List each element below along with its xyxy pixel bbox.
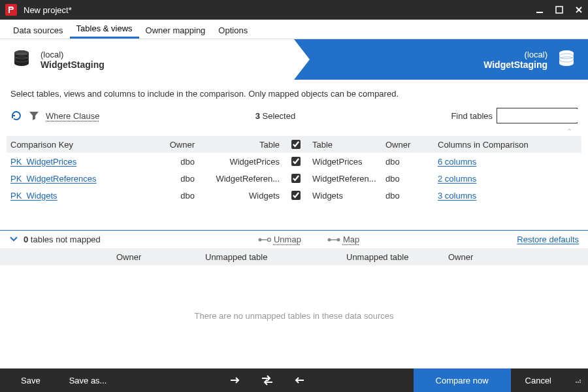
- header-checkbox-all[interactable]: [291, 140, 301, 149]
- header-table-right[interactable]: Table: [307, 140, 385, 150]
- svg-point-13: [336, 238, 340, 241]
- find-tables-input-wrap: [497, 108, 578, 123]
- row-owner-right: dbo: [385, 174, 438, 184]
- comparison-key-link[interactable]: PK_WidgetReferences: [10, 174, 97, 184]
- compare-now-button[interactable]: Compare now: [414, 368, 511, 392]
- close-icon[interactable]: [575, 6, 583, 14]
- minimize-icon[interactable]: [536, 6, 544, 14]
- unmap-button[interactable]: Unmap: [258, 235, 301, 244]
- row-checkbox[interactable]: [291, 174, 301, 183]
- tab-options[interactable]: Options: [212, 22, 254, 39]
- unmapped-count-number: 0: [24, 235, 28, 244]
- header-columns[interactable]: Columns in Comparison: [438, 140, 555, 150]
- instruction-text: Select tables, views and columns to incl…: [0, 80, 588, 105]
- svg-point-3: [14, 50, 29, 56]
- row-table-right: Widgets: [307, 191, 385, 201]
- more-icon[interactable]: [575, 377, 581, 384]
- title-bar: New project*: [0, 0, 588, 20]
- selected-count-word: Selected: [263, 111, 296, 121]
- table-row[interactable]: PK_WidgetPrices dbo WidgetPrices WidgetP…: [7, 153, 581, 170]
- source-name: WidgetStaging: [41, 59, 105, 70]
- header-comparison-key[interactable]: Comparison Key: [10, 140, 154, 150]
- svg-point-12: [327, 238, 331, 241]
- columns-link[interactable]: 2 columns: [438, 174, 476, 184]
- table-header-row: Comparison Key Owner Table Table Owner C…: [7, 136, 581, 153]
- target-host: (local): [525, 50, 547, 59]
- row-owner-left: dbo: [154, 157, 206, 167]
- unmap-icon: [258, 237, 271, 243]
- selected-count: 3 Selected: [105, 111, 446, 121]
- row-table-left: Widgets: [206, 191, 285, 201]
- map-icon: [327, 237, 340, 243]
- row-owner-right: dbo: [385, 191, 438, 201]
- columns-link[interactable]: 3 columns: [438, 191, 476, 201]
- svg-rect-0: [536, 12, 543, 13]
- row-owner-left: dbo: [154, 174, 206, 184]
- columns-link[interactable]: 6 columns: [438, 157, 476, 167]
- comparison-key-link[interactable]: PK_WidgetPrices: [10, 157, 76, 167]
- table-row[interactable]: PK_Widgets dbo Widgets Widgets dbo 3 col…: [7, 187, 581, 204]
- maximize-icon[interactable]: [555, 6, 563, 14]
- row-checkbox[interactable]: [291, 191, 301, 200]
- refresh-icon[interactable]: [10, 110, 22, 122]
- window-title: New project*: [24, 5, 536, 15]
- scroll-hint: ⌃: [7, 126, 581, 136]
- database-icon: [12, 49, 31, 71]
- cancel-button[interactable]: Cancel: [511, 368, 566, 392]
- header-owner[interactable]: Owner: [154, 140, 206, 150]
- database-icon: [557, 49, 576, 71]
- svg-point-15: [578, 382, 579, 383]
- row-owner-left: dbo: [154, 191, 206, 201]
- tab-data-sources[interactable]: Data sources: [7, 22, 70, 39]
- row-table-right: WidgetReferen...: [307, 174, 385, 184]
- source-host: (local): [41, 50, 105, 59]
- arrows-swap-icon[interactable]: [261, 375, 274, 385]
- header-owner-right[interactable]: Owner: [385, 140, 438, 150]
- unmapped-header-row: Owner Unmapped table Unmapped table Owne…: [0, 248, 588, 265]
- toolbar: Where Clause 3 Selected Find tables: [0, 105, 588, 126]
- app-icon: [5, 4, 17, 16]
- find-tables-label: Find tables: [451, 111, 493, 121]
- restore-defaults-link[interactable]: Restore defaults: [517, 235, 579, 244]
- unmap-label: Unmap: [274, 235, 301, 244]
- svg-point-14: [576, 382, 577, 383]
- svg-rect-1: [556, 7, 563, 13]
- unmapped-count-label: tables not mapped: [31, 235, 101, 244]
- chevron-down-icon[interactable]: [9, 234, 18, 245]
- unmapped-header-table-l[interactable]: Unmapped table: [153, 252, 294, 262]
- header-band: (local) WidgetStaging (local) WidgetStag…: [0, 39, 588, 80]
- action-bar: Save Save as... Compare now Cancel: [0, 368, 588, 392]
- save-as-button[interactable]: Save as...: [55, 368, 122, 392]
- find-tables-input[interactable]: [500, 109, 588, 122]
- unmapped-empty-text: There are no unmapped tables in these da…: [0, 265, 588, 321]
- row-checkbox[interactable]: [291, 157, 301, 166]
- unmapped-section-bar: 0 tables not mapped Unmap Map Restore de…: [0, 230, 588, 248]
- map-label: Map: [343, 235, 359, 244]
- svg-point-17: [580, 380, 581, 381]
- save-button[interactable]: Save: [7, 368, 55, 392]
- tab-tables-views[interactable]: Tables & views: [70, 20, 139, 39]
- tab-bar: Data sources Tables & views Owner mappin…: [0, 20, 588, 39]
- unmapped-count: 0 tables not mapped: [24, 235, 101, 244]
- table-row[interactable]: PK_WidgetReferences dbo WidgetReferen...…: [7, 170, 581, 187]
- map-button[interactable]: Map: [327, 235, 359, 244]
- svg-point-16: [580, 382, 581, 383]
- arrow-right-icon[interactable]: [229, 375, 241, 385]
- svg-point-10: [258, 238, 261, 241]
- arrow-left-icon[interactable]: [293, 375, 305, 385]
- row-table-left: WidgetReferen...: [206, 174, 285, 184]
- filter-icon[interactable]: [29, 110, 39, 121]
- comparison-key-link[interactable]: PK_Widgets: [10, 191, 57, 201]
- svg-point-11: [267, 238, 270, 241]
- unmapped-header-table-r[interactable]: Unmapped table: [294, 252, 435, 262]
- row-owner-right: dbo: [385, 157, 438, 167]
- row-table-left: WidgetPrices: [206, 157, 285, 167]
- selected-count-number: 3: [255, 111, 260, 121]
- where-clause-link[interactable]: Where Clause: [46, 111, 99, 121]
- target-name: WidgetStaging: [483, 59, 547, 70]
- row-table-right: WidgetPrices: [307, 157, 385, 167]
- unmapped-header-owner-r[interactable]: Owner: [435, 252, 576, 262]
- header-table-left[interactable]: Table: [206, 140, 285, 150]
- tab-owner-mapping[interactable]: Owner mapping: [139, 22, 212, 39]
- unmapped-header-owner-l[interactable]: Owner: [12, 252, 153, 262]
